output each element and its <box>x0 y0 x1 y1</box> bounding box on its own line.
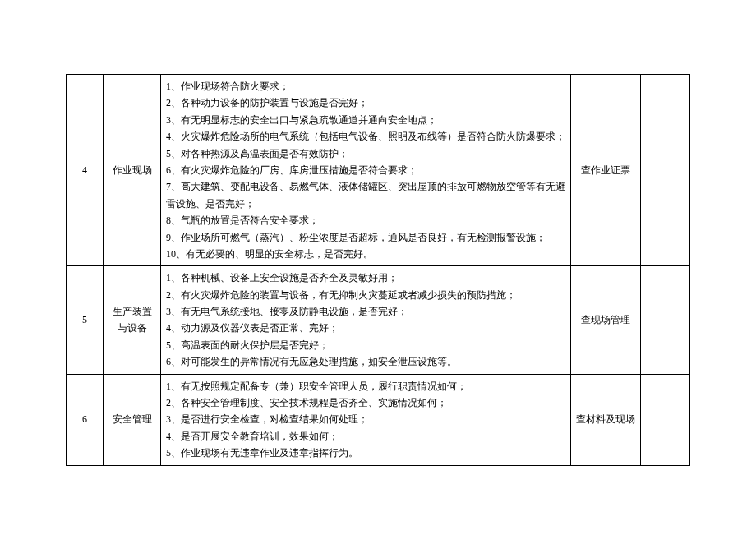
row-method: 查材料及现场 <box>571 374 641 465</box>
content-item: 10、有无必要的、明显的安全标志，是否完好。 <box>166 246 565 262</box>
content-item: 4、火灾爆炸危险场所的电气系统（包括电气设备、照明及布线等）是否符合防火防爆要求… <box>166 128 565 145</box>
content-item: 1、有无按照规定配备专（兼）职安全管理人员，履行职责情况如何； <box>166 378 565 394</box>
row-category: 安全管理 <box>104 374 161 465</box>
row-content: 1、有无按照规定配备专（兼）职安全管理人员，履行职责情况如何； 2、各种安全管理… <box>161 374 571 465</box>
row-empty <box>641 266 690 374</box>
row-empty <box>641 374 690 465</box>
row-number: 4 <box>67 75 104 266</box>
row-content: 1、作业现场符合防火要求； 2、各种动力设备的防护装置与设施是否完好； 3、有无… <box>161 75 571 266</box>
content-item: 1、作业现场符合防火要求； <box>166 78 565 95</box>
row-number: 5 <box>67 266 104 374</box>
row-empty <box>641 75 690 266</box>
content-item: 5、高温表面的耐火保护层是否完好； <box>166 337 565 353</box>
row-number: 6 <box>67 374 104 465</box>
content-item: 3、是否进行安全检查，对检查结果如何处理； <box>166 411 565 427</box>
content-item: 7、高大建筑、变配电设备、易燃气体、液体储罐区、突出屋顶的排放可燃物放空管等有无… <box>166 178 565 212</box>
content-item: 5、作业现场有无违章作业及违章指挥行为。 <box>166 445 565 461</box>
content-item: 6、有火灾爆炸危险的厂房、库房泄压措施是否符合要求； <box>166 162 565 178</box>
content-item: 4、动力源及仪器仪表是否正常、完好； <box>166 320 565 336</box>
content-item: 1、各种机械、设备上安全设施是否齐全及灵敏好用； <box>166 270 565 286</box>
row-method: 查作业证票 <box>571 75 641 266</box>
content-item: 3、有无明显标志的安全出口与紧急疏散通道并通向安全地点； <box>166 112 565 128</box>
row-category: 生产装置与设备 <box>104 266 161 374</box>
content-item: 3、有无电气系统接地、接零及防静电设施，是否完好； <box>166 303 565 320</box>
content-item: 9、作业场所可燃气（蒸汽）、粉尘浓度是否超标，通风是否良好，有无检测报警设施； <box>166 229 565 246</box>
content-item: 4、是否开展安全教育培训，效果如何； <box>166 428 565 445</box>
content-item: 6、对可能发生的异常情况有无应急处理措施，如安全泄压设施等。 <box>166 353 565 370</box>
content-item: 8、气瓶的放置是否符合安全要求； <box>166 212 565 228</box>
inspection-table: 4 作业现场 1、作业现场符合防火要求； 2、各种动力设备的防护装置与设施是否完… <box>66 74 690 466</box>
content-item: 2、各种动力设备的防护装置与设施是否完好； <box>166 95 565 111</box>
content-item: 5、对各种热源及高温表面是否有效防护； <box>166 145 565 162</box>
row-method: 查现场管理 <box>571 266 641 374</box>
table-row: 5 生产装置与设备 1、各种机械、设备上安全设施是否齐全及灵敏好用； 2、有火灾… <box>67 266 690 374</box>
content-item: 2、各种安全管理制度、安全技术规程是否齐全、实施情况如何； <box>166 394 565 411</box>
row-category: 作业现场 <box>104 75 161 266</box>
table-row: 4 作业现场 1、作业现场符合防火要求； 2、各种动力设备的防护装置与设施是否完… <box>67 75 690 266</box>
table-row: 6 安全管理 1、有无按照规定配备专（兼）职安全管理人员，履行职责情况如何； 2… <box>67 374 690 465</box>
row-content: 1、各种机械、设备上安全设施是否齐全及灵敏好用； 2、有火灾爆炸危险的装置与设备… <box>161 266 571 374</box>
content-item: 2、有火灾爆炸危险的装置与设备，有无抑制火灾蔓延或者减少损失的预防措施； <box>166 287 565 303</box>
table-body: 4 作业现场 1、作业现场符合防火要求； 2、各种动力设备的防护装置与设施是否完… <box>67 75 690 466</box>
